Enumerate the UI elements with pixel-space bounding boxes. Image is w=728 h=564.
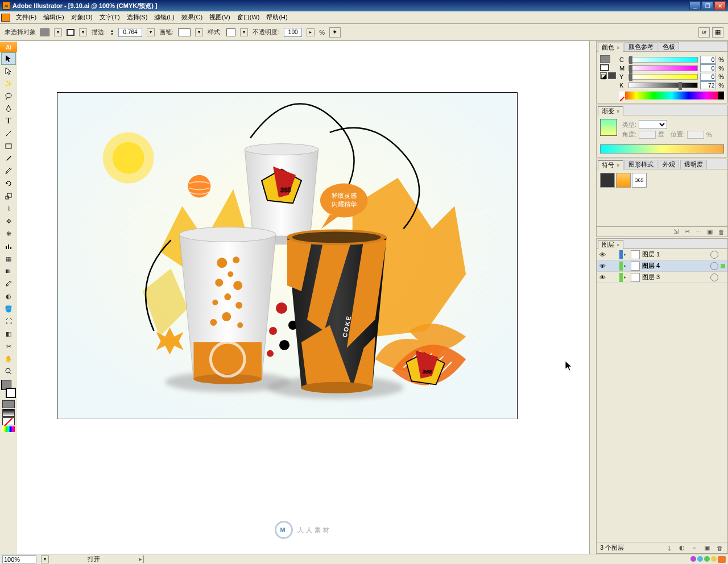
m-input[interactable] (700, 64, 716, 72)
visibility-toggle[interactable]: 👁 (597, 263, 608, 269)
mesh-tool[interactable]: ▦ (1, 252, 16, 265)
menu-window[interactable]: 窗口(W) (234, 12, 263, 23)
locate-layer-icon[interactable]: ⤵ (665, 544, 674, 553)
grad-type-select[interactable] (639, 120, 667, 129)
layer-row-3[interactable]: 👁 ▸ 图层 3 (597, 272, 727, 283)
color-proxy[interactable]: ◪ (600, 55, 616, 99)
panel-dock-strip[interactable] (589, 41, 596, 554)
style-dropdown[interactable]: ▾ (240, 28, 248, 36)
tab-appearance[interactable]: 外观 (659, 160, 679, 169)
visibility-toggle[interactable]: 👁 (597, 251, 608, 258)
symbol-new-icon[interactable]: ▣ (706, 228, 714, 236)
scissors-tool[interactable]: ✂ (1, 340, 16, 353)
symbol-delete-icon[interactable]: 🗑 (717, 228, 725, 236)
hand-tool[interactable]: ✋ (1, 353, 16, 365)
style-preview[interactable] (226, 28, 235, 36)
layer-row-2[interactable]: 👁 ▸ 图层 4 (597, 260, 727, 272)
grad-pos-input[interactable] (687, 131, 704, 139)
tab-graphic-styles[interactable]: 图形样式 (624, 160, 657, 169)
crop-tool[interactable]: ⛶ (1, 315, 16, 327)
tab-transparency[interactable]: 透明度 (680, 160, 707, 169)
menu-view[interactable]: 视图(V) (206, 12, 234, 23)
brush-dropdown[interactable]: ▾ (195, 28, 203, 36)
fill-stroke-proxy[interactable] (1, 380, 16, 398)
canvas-area[interactable]: 释取灵感 闪耀精华 365 (17, 41, 589, 554)
minimize-button[interactable]: _ (689, 1, 701, 10)
menu-file[interactable]: 文件(F) (13, 12, 40, 23)
isolate-button[interactable]: ✦ (329, 27, 341, 38)
color-mode-none[interactable] (2, 417, 15, 425)
layer-name[interactable]: 图层 1 (642, 250, 708, 259)
layer-row-1[interactable]: 👁 ▸ 图层 1 (597, 249, 727, 260)
new-sublayer-icon[interactable]: ▫ (690, 544, 699, 553)
stroke-weight-dropdown[interactable]: ▾ (147, 28, 155, 36)
status-dot-1[interactable] (690, 556, 696, 562)
gradient-preview[interactable] (600, 119, 617, 136)
symbol-1[interactable] (600, 173, 615, 188)
menu-type[interactable]: 文字(T) (96, 12, 123, 23)
graph-tool[interactable] (1, 240, 16, 252)
zoom-dropdown[interactable]: ▾ (41, 555, 49, 563)
warp-tool[interactable]: ⌇ (1, 202, 16, 215)
symbol-break-icon[interactable]: ✂ (683, 228, 691, 236)
target-icon[interactable] (710, 262, 718, 270)
tab-swatches[interactable]: 色板 (659, 42, 679, 51)
tab-color[interactable]: 颜色× (598, 43, 623, 52)
menu-edit[interactable]: 编辑(E) (40, 12, 68, 23)
grad-angle-input[interactable] (639, 131, 656, 139)
menu-help[interactable]: 帮助(H) (263, 12, 291, 23)
stroke-swatch[interactable] (67, 29, 75, 36)
disclosure-icon[interactable]: ▸ (624, 252, 631, 257)
zoom-input[interactable]: 100% (2, 555, 36, 563)
k-input[interactable] (700, 81, 716, 89)
fill-swatch[interactable] (40, 28, 49, 36)
disclosure-icon[interactable]: ▸ (624, 275, 631, 280)
live-paint-tool[interactable]: 🪣 (1, 302, 16, 315)
spectrum-bar[interactable] (619, 92, 724, 99)
layer-name[interactable]: 图层 3 (642, 273, 708, 281)
layer-name[interactable]: 图层 4 (642, 262, 708, 270)
brush-preview[interactable] (178, 28, 191, 36)
status-dot-2[interactable] (697, 556, 703, 562)
lasso-tool[interactable] (1, 90, 16, 102)
type-tool[interactable]: T (1, 115, 16, 127)
status-dot-4[interactable] (711, 556, 717, 562)
menu-filter[interactable]: 滤镜(L) (151, 12, 177, 23)
rotate-tool[interactable] (1, 177, 16, 190)
target-icon[interactable] (710, 251, 718, 259)
opacity-dropdown[interactable]: ▸ (307, 28, 315, 36)
tab-symbols[interactable]: 符号× (598, 160, 623, 169)
symbol-place-icon[interactable]: ⇲ (672, 228, 680, 236)
bridge-button[interactable]: Br (698, 27, 710, 38)
y-input[interactable] (700, 73, 716, 81)
restore-button[interactable]: ❐ (702, 1, 713, 10)
rectangle-tool[interactable] (1, 140, 16, 152)
visibility-toggle[interactable]: 👁 (597, 274, 608, 281)
make-clipping-icon[interactable]: ◐ (677, 544, 686, 553)
c-slider[interactable] (628, 57, 698, 63)
new-layer-icon[interactable]: ▣ (702, 544, 712, 553)
color-mode-gradient[interactable] (2, 409, 15, 417)
color-mode-solid[interactable] (2, 400, 15, 408)
eyedropper-tool[interactable] (1, 277, 16, 290)
symbol-sprayer-tool[interactable]: ❋ (1, 227, 16, 240)
y-slider[interactable] (628, 74, 698, 80)
eraser-tool[interactable]: ◧ (1, 327, 16, 340)
gradient-ramp[interactable] (600, 144, 724, 154)
blend-tool[interactable]: ◐ (1, 290, 16, 302)
menu-object[interactable]: 对象(O) (68, 12, 96, 23)
c-input[interactable] (700, 56, 716, 64)
paintbrush-tool[interactable] (1, 152, 16, 165)
disclosure-icon[interactable]: ▸ (624, 263, 631, 268)
status-dot-3[interactable] (704, 556, 710, 562)
screen-mode-icon[interactable] (2, 426, 15, 432)
arrange-button[interactable]: ▦ (712, 27, 723, 38)
tab-gradient[interactable]: 渐变× (598, 106, 623, 115)
direct-selection-tool[interactable] (1, 65, 16, 77)
pen-tool[interactable] (1, 102, 16, 115)
pencil-tool[interactable] (1, 165, 16, 177)
status-flag-icon[interactable] (718, 556, 726, 563)
stroke-proxy[interactable] (6, 388, 16, 398)
tab-color-guide[interactable]: 颜色参考 (624, 42, 657, 51)
menu-select[interactable]: 选择(S) (123, 12, 151, 23)
